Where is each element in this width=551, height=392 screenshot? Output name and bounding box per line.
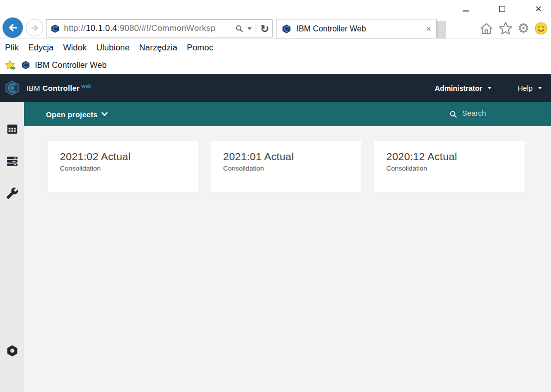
favorites-bar: IBM Controller Web bbox=[0, 56, 551, 74]
forward-arrow-icon bbox=[30, 23, 40, 33]
project-card-subtitle: Consolidation bbox=[60, 165, 186, 172]
project-cards: 2021:02 Actual Consolidation 2021:01 Act… bbox=[24, 126, 551, 392]
search-icon[interactable] bbox=[235, 24, 244, 33]
user-menu-label: Administrator bbox=[435, 84, 482, 92]
browser-navbar: http://10.1.0.4:9080/#!/CommonWorksp ↻ I… bbox=[0, 17, 551, 39]
sidebar-data-stack-icon[interactable] bbox=[6, 155, 18, 168]
site-favicon bbox=[50, 24, 60, 33]
chevron-down-icon bbox=[101, 111, 108, 117]
brand-web-badge: Web bbox=[81, 84, 91, 89]
refresh-icon[interactable]: ↻ bbox=[260, 23, 269, 34]
app-body: Open projects 2021:02 Actual Consolidati… bbox=[0, 102, 551, 392]
back-button[interactable] bbox=[2, 17, 23, 38]
project-card-subtitle: Consolidation bbox=[223, 165, 349, 172]
user-menu[interactable]: Administrator bbox=[435, 84, 492, 92]
app-header: IBM ControllerWeb Administrator Help bbox=[0, 74, 551, 102]
menu-narzedzia[interactable]: Narzędzia bbox=[139, 43, 178, 53]
minimize-button[interactable] bbox=[460, 3, 471, 14]
home-icon[interactable] bbox=[479, 21, 494, 36]
address-bar[interactable]: http://10.1.0.4:9080/#!/CommonWorksp ↻ bbox=[46, 19, 273, 37]
help-menu-label: Help bbox=[518, 84, 533, 92]
close-window-button[interactable]: × bbox=[533, 3, 544, 14]
add-favorite-star-icon[interactable] bbox=[4, 59, 16, 71]
project-card-subtitle: Consolidation bbox=[386, 165, 513, 172]
menu-pomoc[interactable]: Pomoc bbox=[187, 43, 213, 53]
gear-icon[interactable]: ⚙ bbox=[518, 22, 530, 35]
favorite-favicon bbox=[21, 60, 30, 70]
sidebar-product-cube-icon[interactable] bbox=[6, 345, 18, 357]
project-card[interactable]: 2021:01 Actual Consolidation bbox=[211, 141, 361, 192]
maximize-button[interactable] bbox=[497, 3, 508, 14]
project-card[interactable]: 2021:02 Actual Consolidation bbox=[48, 141, 198, 192]
sidebar-wrench-icon[interactable] bbox=[6, 187, 18, 199]
sidebar-workspace-grid-icon[interactable] bbox=[6, 123, 18, 135]
tab-title: IBM Controller Web bbox=[296, 24, 421, 33]
new-tab-button[interactable] bbox=[437, 21, 446, 38]
close-tab-icon[interactable]: × bbox=[426, 24, 431, 33]
controller-logo-icon bbox=[4, 80, 20, 96]
app-sidebar bbox=[0, 102, 24, 392]
back-arrow-icon bbox=[7, 22, 18, 33]
browser-menubar: Plik Edycja Widok Ulubione Narzędzia Pom… bbox=[0, 39, 551, 56]
search-input[interactable] bbox=[461, 108, 540, 120]
help-menu[interactable]: Help bbox=[518, 84, 542, 92]
search-icon bbox=[449, 110, 458, 119]
forward-button[interactable] bbox=[26, 19, 43, 36]
browser-tab[interactable]: IBM Controller Web × bbox=[276, 19, 437, 38]
close-icon: × bbox=[536, 3, 542, 14]
favorites-star-icon[interactable] bbox=[498, 21, 513, 36]
menu-plik[interactable]: Plik bbox=[5, 43, 18, 53]
project-card[interactable]: 2020:12 Actual Consolidation bbox=[374, 141, 525, 192]
menu-edycja[interactable]: Edycja bbox=[28, 43, 53, 53]
minimize-icon bbox=[463, 10, 469, 11]
project-card-title: 2021:01 Actual bbox=[223, 151, 349, 163]
search-area bbox=[449, 108, 540, 120]
address-dropdown-icon[interactable] bbox=[248, 27, 252, 30]
open-projects-label: Open projects bbox=[46, 110, 97, 119]
tab-favicon bbox=[281, 24, 291, 34]
chevron-down-icon bbox=[488, 87, 492, 89]
smiley-icon[interactable] bbox=[534, 21, 548, 35]
project-card-title: 2020:12 Actual bbox=[386, 151, 513, 163]
brand-title: IBM ControllerWeb bbox=[26, 84, 91, 92]
project-toolbar: Open projects bbox=[24, 102, 551, 126]
menu-widok[interactable]: Widok bbox=[63, 43, 86, 53]
menu-ulubione[interactable]: Ulubione bbox=[96, 43, 130, 53]
window-titlebar: × bbox=[0, 0, 551, 17]
favorite-link[interactable]: IBM Controller Web bbox=[35, 60, 107, 70]
maximize-icon bbox=[499, 6, 505, 12]
url-text: http://10.1.0.4:9080/#!/CommonWorksp bbox=[64, 23, 235, 33]
divider bbox=[256, 22, 256, 34]
chevron-down-icon bbox=[538, 87, 542, 89]
open-projects-button[interactable]: Open projects bbox=[46, 110, 108, 119]
project-card-title: 2021:02 Actual bbox=[60, 151, 186, 163]
